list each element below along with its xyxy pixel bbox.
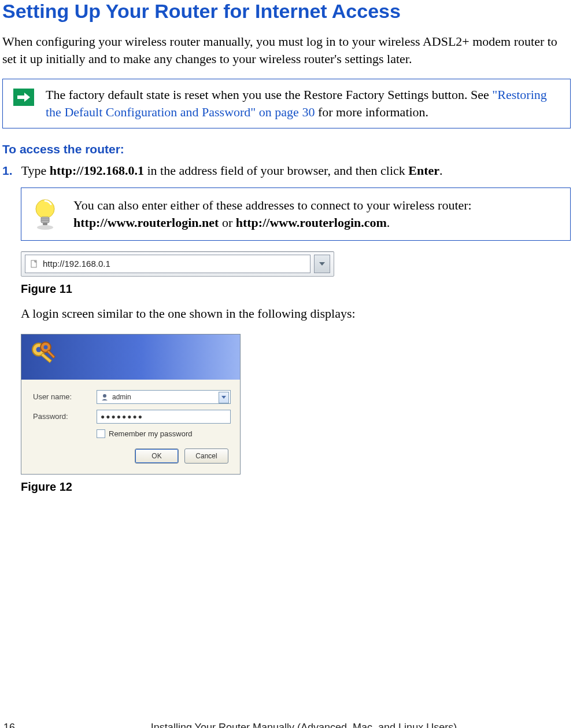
step-1-number: 1.	[2, 164, 13, 177]
chevron-down-icon	[221, 396, 226, 399]
browser-address-bar: http://192.168.0.1	[21, 251, 334, 277]
figure-11: http://192.168.0.1	[21, 251, 571, 277]
remember-password-checkbox[interactable]	[97, 429, 105, 438]
password-label: Password:	[33, 412, 97, 421]
arrow-note-icon	[13, 89, 34, 106]
svg-rect-2	[41, 217, 49, 223]
note-text: The factory default state is reset when …	[46, 86, 560, 120]
page-footer: 16 Installing Your Router Manually (Adva…	[0, 722, 573, 728]
login-dialog-banner	[21, 334, 240, 380]
tip-or: or	[219, 215, 235, 230]
username-value: admin	[112, 393, 131, 401]
step-1-post: .	[439, 163, 443, 178]
keys-icon	[29, 340, 58, 374]
tip-line1: You can also enter either of these addre…	[73, 198, 472, 212]
page-title: Setting Up Your Router for Internet Acce…	[2, 0, 571, 23]
user-icon	[101, 393, 109, 401]
svg-point-13	[103, 394, 106, 398]
step-1-pre: Type	[21, 163, 50, 178]
figure-12-caption: Figure 12	[21, 480, 571, 494]
page-number: 16	[3, 722, 38, 728]
tip-callout: You can also enter either of these addre…	[21, 187, 571, 241]
username-dropdown-button[interactable]	[219, 392, 229, 403]
note-part1: The factory default state is reset when …	[46, 87, 492, 102]
step-1: 1. Type http://192.168.0.1 in the addres…	[2, 163, 571, 178]
login-dialog: User name: admin Password:	[21, 334, 241, 475]
tip-text: You can also enter either of these addre…	[73, 197, 559, 231]
step-1-url: http://192.168.0.1	[50, 163, 144, 178]
page-icon	[30, 260, 38, 268]
svg-point-0	[37, 225, 53, 230]
footer-chapter-title: Installing Your Router Manually (Advance…	[38, 722, 570, 728]
tip-end: .	[387, 215, 390, 230]
figure-11-caption: Figure 11	[21, 282, 571, 296]
svg-rect-12	[47, 350, 55, 358]
ok-button[interactable]: OK	[135, 448, 179, 464]
svg-point-1	[36, 200, 54, 218]
svg-point-11	[44, 345, 48, 349]
step-1-action: Enter	[408, 163, 439, 178]
login-intro-text: A login screen similar to the one shown …	[21, 306, 571, 321]
lightbulb-icon	[29, 196, 61, 232]
note-callout: The factory default state is reset when …	[2, 79, 571, 128]
password-input[interactable]: ●●●●●●●●	[97, 410, 231, 424]
step-1-mid: in the address field of your browser, an…	[144, 163, 408, 178]
remember-password-label: Remember my password	[109, 429, 193, 438]
intro-paragraph: When configuring your wireless router ma…	[2, 33, 571, 67]
subheading-access-router: To access the router:	[2, 142, 571, 156]
chevron-down-icon	[319, 262, 325, 266]
username-label: User name:	[33, 392, 97, 401]
note-part2: for more information.	[315, 105, 428, 119]
svg-rect-5	[43, 223, 47, 225]
figure-12: User name: admin Password:	[21, 334, 571, 475]
tip-addr1: http://www.routerlogin.net	[73, 215, 219, 230]
address-input[interactable]: http://192.168.0.1	[25, 255, 310, 273]
tip-addr2: http://www.routerlogin.com	[236, 215, 387, 230]
address-value: http://192.168.0.1	[43, 259, 110, 269]
address-dropdown-button[interactable]	[314, 255, 330, 273]
cancel-button[interactable]: Cancel	[184, 448, 228, 464]
username-input[interactable]: admin	[97, 390, 231, 404]
password-value: ●●●●●●●●	[101, 413, 143, 421]
